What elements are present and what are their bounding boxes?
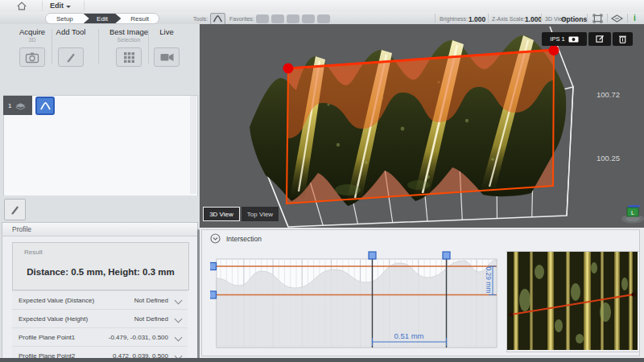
surface-layers-icon: [14, 101, 27, 111]
info-icon[interactable]: i: [634, 14, 636, 23]
flat-view-button[interactable]: [610, 13, 624, 23]
profile-point-2d[interactable]: [509, 312, 513, 316]
list-scrollbar[interactable]: [190, 96, 196, 194]
menu-bar: Edit: [0, 0, 644, 13]
intersection-panel: Intersection 0.51 mm: [201, 229, 640, 356]
viewport-3d[interactable]: 100.72 100.25 L IPS 1: [200, 24, 644, 228]
pencil-icon: [9, 204, 21, 216]
view-mode-buttons: 3D View Top View: [203, 207, 279, 221]
favorite-slot[interactable]: [287, 14, 299, 23]
view-top-button[interactable]: Top View: [242, 207, 279, 221]
add-tool-button[interactable]: [58, 47, 84, 67]
best-image-title: Best Image: [109, 27, 148, 36]
height-dimension-label: 0.29 mm: [485, 266, 493, 293]
toolbar-separator: [627, 14, 628, 23]
intersection-title: Intersection: [226, 235, 262, 243]
panel-scrollbar[interactable]: [197, 229, 200, 362]
live-title: Live: [159, 27, 173, 36]
intersection-header[interactable]: Intersection: [210, 233, 262, 244]
frame-view-button[interactable]: [591, 13, 605, 23]
profile-tool-button[interactable]: [210, 13, 225, 25]
ips-camera-button[interactable]: IPS 1: [542, 32, 587, 46]
toolbar-separator: [607, 14, 608, 23]
cursor-handle[interactable]: [369, 252, 376, 259]
height-handle[interactable]: [210, 263, 217, 270]
property-row[interactable]: Expected Value (Height) Not Defined: [12, 309, 188, 327]
dataset-row[interactable]: 1: [3, 96, 32, 115]
property-label: Expected Value (Height): [19, 315, 88, 323]
cursor-handle[interactable]: [443, 252, 450, 259]
best-image-button[interactable]: [116, 47, 142, 67]
edit-tool-tab[interactable]: [4, 199, 26, 220]
profile-point-1[interactable]: [283, 64, 294, 74]
property-value: Not Defined: [134, 315, 168, 323]
favorite-slot[interactable]: [271, 14, 284, 23]
z-axis-label-lower: 100.25: [597, 154, 620, 162]
property-label: Expected Value (Distance): [19, 297, 94, 304]
toolbar-separator: [435, 14, 436, 23]
profile-tool-selected[interactable]: [35, 97, 55, 115]
add-tool-title: Add Tool: [56, 27, 86, 36]
chevron-down-icon[interactable]: [175, 315, 183, 323]
result-label: Result: [24, 249, 43, 256]
nav-cube[interactable]: L: [621, 205, 644, 224]
result-box: Result Distance: 0.5 mm, Height: 0.3 mm: [12, 242, 189, 290]
viewport-toolbar: IPS 1: [542, 32, 633, 46]
workflow-tabs: Setup Edit Result: [45, 13, 159, 24]
menu-separator: [84, 1, 85, 11]
favorite-slot[interactable]: [256, 14, 269, 23]
chevron-down-icon[interactable]: [175, 334, 183, 342]
home-icon[interactable]: [16, 1, 27, 11]
profile-point-2[interactable]: [549, 45, 559, 56]
group-divider: [148, 29, 149, 64]
video-camera-icon: [159, 51, 175, 63]
property-row[interactable]: Expected Value (Distance) Not Defined: [12, 290, 188, 309]
profile-point-2d[interactable]: [631, 292, 635, 296]
collapse-icon[interactable]: [210, 233, 221, 244]
acquire-title: Acquire: [19, 27, 45, 36]
result-value: Distance: 0.5 mm, Height: 0.3 mm: [13, 267, 188, 277]
chevron-down-icon[interactable]: [175, 297, 183, 305]
zaxis-value[interactable]: 1.000: [525, 15, 542, 23]
thumbnail-image: [507, 252, 638, 350]
trash-icon: [619, 35, 626, 43]
view-3d-button[interactable]: 3D View: [203, 207, 240, 221]
toolbar: Setup Edit Result Tools: Favorites: Brig…: [0, 12, 644, 25]
pencil-icon: [64, 51, 77, 64]
property-value: Not Defined: [134, 297, 168, 304]
export-edit-button[interactable]: [588, 32, 611, 46]
live-button[interactable]: [154, 47, 180, 67]
tab-setup[interactable]: Setup: [46, 14, 84, 23]
tab-edit[interactable]: Edit: [84, 14, 122, 23]
delete-button[interactable]: [613, 32, 633, 46]
menu-edit[interactable]: Edit: [50, 2, 71, 10]
toolbar-separator: [587, 14, 588, 23]
profile-panel-header[interactable]: Profile: [2, 223, 197, 237]
favorites-label: Favorites:: [229, 16, 254, 22]
plane-diamond-icon: [611, 14, 623, 23]
brightness-label: Brightness:: [440, 16, 468, 22]
acquire-camera-button[interactable]: [19, 47, 45, 67]
height-handle[interactable]: [210, 291, 217, 298]
acquire-subtitle: 3D: [29, 37, 36, 43]
width-dimension-label: 0.51 mm: [394, 331, 424, 340]
profile-panel: Profile Result Distance: 0.5 mm, Height:…: [2, 222, 198, 362]
left-panel: Acquire 3D Add Tool Best Image Selection…: [0, 24, 200, 362]
status-strip: [0, 358, 644, 362]
favorite-slot[interactable]: [317, 14, 330, 23]
nav-cube-face-label: L: [631, 210, 634, 216]
top-view-thumbnail[interactable]: [506, 251, 640, 352]
property-row[interactable]: Profile Plane Point1 -0.479, -0.031, 0.5…: [12, 327, 188, 346]
view-options-button[interactable]: Options: [561, 15, 587, 23]
tab-result[interactable]: Result: [121, 14, 159, 23]
toolbar-separator: [541, 14, 542, 23]
brightness-value[interactable]: 1.000: [469, 15, 485, 23]
profile-curve-icon: [213, 14, 223, 23]
edit-export-icon: [596, 35, 605, 43]
intersection-chart[interactable]: 0.51 mm 0.29 mm: [210, 249, 502, 351]
dataset-index: 1: [8, 102, 11, 109]
favorite-slot[interactable]: [302, 14, 315, 23]
grid-icon: [123, 51, 135, 64]
zaxis-label: Z-Axis Scale:: [492, 16, 525, 22]
scene-3d: 100.72 100.25 L: [200, 24, 644, 228]
